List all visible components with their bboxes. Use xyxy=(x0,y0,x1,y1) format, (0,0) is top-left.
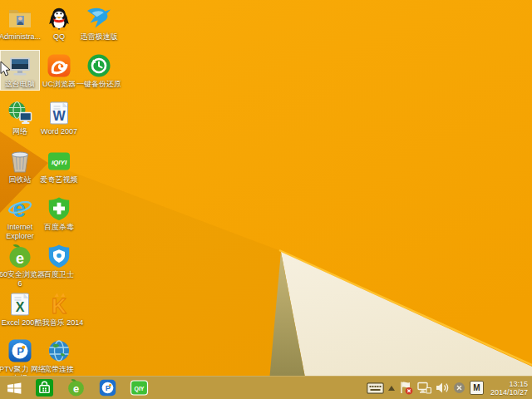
desktop-root: Administra... QQ 迅雷极速版 xyxy=(0,0,532,399)
icon-label: Word 2007 xyxy=(33,127,85,136)
desktop-icon-internet-explorer[interactable]: e Internet Explorer xyxy=(1,194,39,242)
recycle-bin-icon xyxy=(7,148,33,175)
taskbar-app-iqiyi[interactable]: QIY xyxy=(123,377,155,399)
desktop-icon-thunder[interactable]: 迅雷极速版 xyxy=(80,3,118,42)
baidu-guard-shield-icon xyxy=(46,243,72,269)
icon-label: 宽带连接 xyxy=(33,365,85,374)
touch-keyboard-icon xyxy=(367,382,384,394)
windows-store-icon xyxy=(35,378,54,397)
network-tray-icon xyxy=(417,382,431,394)
icon-label: 爱奇艺视频 xyxy=(33,175,85,185)
desktop-icon-kuwo-music[interactable]: K 酷我音乐 2014 xyxy=(40,289,78,328)
word-glyph: W xyxy=(52,109,66,123)
desktop-icon-360-browser[interactable]: e 360安全浏览器6 xyxy=(1,241,39,289)
excel-document-icon: X xyxy=(7,291,33,318)
network-status-button[interactable] xyxy=(417,382,431,394)
taskbar-clock[interactable]: 13:15 2014/10/27 xyxy=(488,380,528,397)
action-center-flag-icon xyxy=(399,381,413,395)
desktop-icon-iqiyi[interactable]: iQIYI 爱奇艺视频 xyxy=(40,146,78,185)
uc-browser-icon xyxy=(46,52,72,79)
mouse-cursor xyxy=(0,62,11,77)
eject-circle-icon xyxy=(453,382,466,394)
360-browser-icon: e xyxy=(7,243,33,269)
desktop-icon-baidu-antivirus[interactable]: 百度杀毒 xyxy=(40,194,78,233)
show-hidden-icons-button[interactable] xyxy=(388,386,395,391)
baidu-antivirus-shield-icon xyxy=(46,195,72,222)
kuwo-glyph: K xyxy=(52,294,66,318)
kuwo-music-icon: K xyxy=(46,291,72,318)
desktop-icon-word-2007[interactable]: W Word 2007 xyxy=(40,98,78,137)
pptv-icon: P xyxy=(98,378,117,397)
taskbar: e P QIY xyxy=(0,376,532,399)
iqiyi-glyph: iQIYI xyxy=(52,159,67,166)
windows-logo-icon xyxy=(5,379,23,397)
iqiyi-taskbar-glyph: QIY xyxy=(134,386,144,392)
desktop-icon-backup-restore[interactable]: 一键备份还原 xyxy=(80,51,118,90)
360-glyph: e xyxy=(16,250,24,267)
eject-device-button[interactable] xyxy=(453,382,466,394)
icon-label: 百度杀毒 xyxy=(33,223,85,232)
taskbar-app-store[interactable] xyxy=(28,377,60,399)
chevron-up-icon xyxy=(388,386,395,391)
iqiyi-icon: iQIYI xyxy=(46,148,72,175)
excel-glyph: X xyxy=(16,300,25,314)
ie-glyph: e xyxy=(12,195,26,222)
360-browser-icon: e xyxy=(66,378,86,397)
icon-label: 迅雷极速版 xyxy=(73,32,125,42)
backup-restore-clock-icon xyxy=(86,52,112,79)
start-button[interactable] xyxy=(0,377,28,399)
touch-keyboard-button[interactable] xyxy=(367,382,384,394)
taskbar-app-pptv[interactable]: P xyxy=(91,377,123,399)
clock-date: 2014/10/27 xyxy=(490,388,528,397)
user-folder-icon xyxy=(7,5,33,32)
taskbar-app-360-browser[interactable]: e xyxy=(60,377,91,399)
qq-penguin-icon xyxy=(46,5,72,32)
360-taskbar-glyph: e xyxy=(72,382,78,395)
network-globe-icon xyxy=(7,100,33,126)
pptv-icon: P xyxy=(7,337,33,364)
system-tray: M 13:15 2014/10/27 xyxy=(367,380,532,397)
ime-indicator[interactable]: M xyxy=(470,381,484,395)
desktop-icon-baidu-guard[interactable]: 百度卫士 xyxy=(40,241,78,280)
icon-label: 一键备份还原 xyxy=(73,80,125,89)
broadband-globe-icon xyxy=(46,337,72,364)
desktop-icon-broadband[interactable]: 宽带连接 xyxy=(40,336,78,375)
ime-language-badge: M xyxy=(473,383,480,392)
word-document-icon: W xyxy=(46,100,72,126)
iqiyi-icon: QIY xyxy=(130,378,149,397)
icon-label: 百度卫士 xyxy=(33,270,85,279)
internet-explorer-icon: e xyxy=(7,195,33,222)
clock-time: 13:15 xyxy=(490,380,528,388)
thunder-bird-icon xyxy=(86,5,112,32)
volume-button[interactable] xyxy=(436,382,449,394)
volume-icon xyxy=(436,382,449,394)
action-center-button[interactable] xyxy=(399,381,413,395)
icon-label: 酷我音乐 2014 xyxy=(33,318,85,328)
